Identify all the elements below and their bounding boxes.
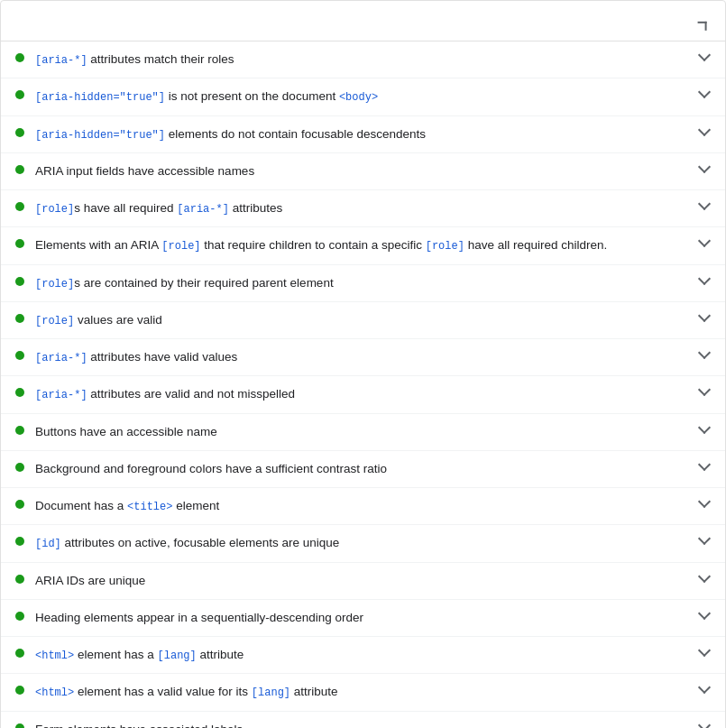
audit-item[interactable]: [aria-*] attributes are valid and not mi… — [1, 376, 725, 413]
audit-description: Background and foreground colors have a … — [35, 460, 693, 478]
audit-item[interactable]: Document has a <title> element — [1, 488, 725, 525]
code-snippet: [role] — [35, 315, 74, 327]
pass-indicator — [15, 388, 24, 397]
expand-icon[interactable] — [693, 497, 711, 510]
audit-description: [role]s are contained by their required … — [35, 274, 693, 292]
code-snippet: <html> — [35, 650, 74, 662]
audit-description: Buttons have an accessible name — [35, 423, 693, 441]
expand-icon[interactable] — [693, 683, 711, 696]
pass-indicator — [15, 537, 24, 546]
audit-description: [aria-*] attributes are valid and not mi… — [35, 385, 693, 403]
code-snippet: [role] — [35, 203, 74, 216]
expand-icon[interactable] — [693, 162, 711, 175]
code-snippet: <html> — [35, 687, 74, 699]
code-snippet: [role] — [161, 240, 200, 253]
expand-icon[interactable] — [693, 721, 711, 729]
pass-indicator — [15, 314, 24, 323]
pass-indicator — [15, 53, 24, 62]
expand-icon[interactable] — [693, 236, 711, 249]
audit-description: Form elements have associated labels — [35, 721, 693, 729]
expand-icon[interactable] — [693, 385, 711, 398]
pass-indicator — [15, 686, 24, 695]
expand-icon[interactable] — [693, 125, 711, 138]
pass-indicator — [15, 463, 24, 472]
code-snippet: [role] — [426, 240, 464, 253]
collapse-icon[interactable] — [696, 14, 711, 28]
audit-item[interactable]: [role]s are contained by their required … — [1, 265, 725, 302]
audit-description: <html> element has a valid value for its… — [35, 683, 693, 701]
audit-item[interactable]: <html> element has a [lang] attribute — [1, 637, 725, 674]
pass-indicator — [15, 612, 24, 621]
code-snippet: [aria-*] — [35, 54, 87, 67]
expand-icon[interactable] — [693, 646, 711, 659]
panel-header[interactable] — [1, 1, 725, 41]
code-snippet: [lang] — [252, 687, 290, 699]
audit-item[interactable]: [aria-hidden="true"] elements do not con… — [1, 116, 725, 153]
code-snippet: [role] — [35, 278, 74, 290]
audit-item[interactable]: ARIA IDs are unique — [1, 563, 725, 600]
audit-description: [aria-hidden="true"] elements do not con… — [35, 125, 693, 143]
code-snippet: <body> — [339, 91, 378, 104]
pass-indicator — [15, 649, 24, 658]
audit-item[interactable]: [aria-*] attributes match their roles — [1, 41, 725, 78]
audit-item[interactable]: Background and foreground colors have a … — [1, 451, 725, 488]
audit-item[interactable]: Heading elements appear in a sequentiall… — [1, 600, 725, 637]
audit-item[interactable]: [role] values are valid — [1, 302, 725, 339]
pass-indicator — [15, 202, 24, 211]
code-snippet: <title> — [127, 501, 172, 513]
audit-description: Heading elements appear in a sequentiall… — [35, 609, 693, 627]
code-snippet: [aria-hidden="true"] — [35, 129, 165, 142]
audit-item[interactable]: <html> element has a valid value for its… — [1, 674, 725, 711]
audit-item[interactable]: Form elements have associated labels — [1, 712, 725, 729]
audit-description: ARIA input fields have accessible names — [35, 162, 693, 180]
audit-description: ARIA IDs are unique — [35, 572, 693, 590]
audit-description: [aria-*] attributes match their roles — [35, 51, 693, 69]
expand-icon[interactable] — [693, 534, 711, 547]
pass-indicator — [15, 128, 24, 137]
pass-indicator — [15, 90, 24, 99]
audit-description: [id] attributes on active, focusable ele… — [35, 534, 693, 552]
audit-item[interactable]: [aria-*] attributes have valid values — [1, 339, 725, 376]
audit-description: Document has a <title> element — [35, 497, 693, 515]
expand-icon[interactable] — [693, 423, 711, 436]
code-snippet: [lang] — [158, 650, 197, 662]
audit-description: [role] values are valid — [35, 311, 693, 329]
pass-indicator — [15, 426, 24, 435]
audit-item[interactable]: Elements with an ARIA [role] that requir… — [1, 227, 725, 264]
expand-icon[interactable] — [693, 88, 711, 100]
audit-description: [aria-*] attributes have valid values — [35, 348, 693, 366]
audit-item[interactable]: [id] attributes on active, focusable ele… — [1, 525, 725, 562]
expand-icon[interactable] — [693, 51, 711, 63]
audit-item[interactable]: [role]s have all required [aria-*] attri… — [1, 190, 725, 227]
code-snippet: [aria-*] — [177, 203, 229, 216]
audit-description: <html> element has a [lang] attribute — [35, 646, 693, 664]
audit-description: [aria-hidden="true"] is not present on t… — [35, 88, 693, 106]
expand-icon[interactable] — [693, 199, 711, 212]
audit-item[interactable]: ARIA input fields have accessible names — [1, 153, 725, 190]
code-snippet: [aria-*] — [35, 352, 87, 364]
pass-indicator — [15, 165, 24, 174]
audit-description: [role]s have all required [aria-*] attri… — [35, 199, 693, 217]
expand-icon[interactable] — [693, 274, 711, 287]
expand-icon[interactable] — [693, 460, 711, 473]
audit-description: Elements with an ARIA [role] that requir… — [35, 236, 693, 254]
pass-indicator — [15, 723, 24, 729]
pass-indicator — [15, 277, 24, 286]
audit-item[interactable]: [aria-hidden="true"] is not present on t… — [1, 78, 725, 115]
code-snippet: [id] — [35, 538, 61, 550]
pass-indicator — [15, 239, 24, 248]
expand-icon[interactable] — [693, 311, 711, 324]
passed-audits-panel: [aria-*] attributes match their roles[ar… — [0, 0, 726, 728]
expand-icon[interactable] — [693, 609, 711, 622]
expand-icon[interactable] — [693, 572, 711, 585]
expand-icon[interactable] — [693, 348, 711, 361]
code-snippet: [aria-hidden="true"] — [35, 91, 165, 104]
audit-item[interactable]: Buttons have an accessible name — [1, 414, 725, 451]
pass-indicator — [15, 500, 24, 509]
code-snippet: [aria-*] — [35, 389, 87, 401]
pass-indicator — [15, 575, 24, 584]
pass-indicator — [15, 351, 24, 360]
audit-list: [aria-*] attributes match their roles[ar… — [1, 41, 725, 728]
